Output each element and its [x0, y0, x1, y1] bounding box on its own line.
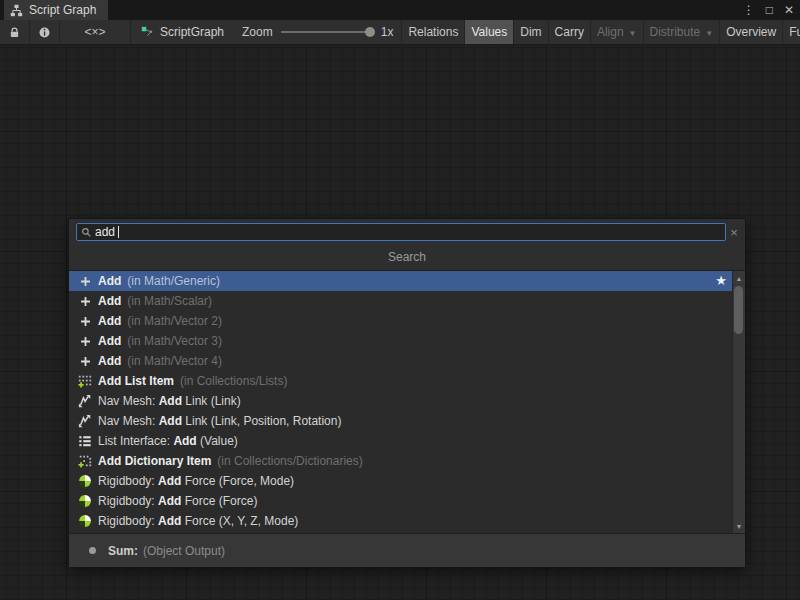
search-row: add × [69, 219, 745, 245]
result-label: Rigidbody: Add Force (Force, Mode) [98, 474, 294, 488]
result-row[interactable]: List Interface: Add (Value) [69, 431, 732, 451]
result-row[interactable]: Add(in Math/Vector 4) [69, 351, 732, 371]
plus-icon [77, 313, 93, 329]
result-row[interactable]: Add(in Math/Vector 3) [69, 331, 732, 351]
navmesh-icon [77, 393, 93, 409]
dialog-footer: Sum: (Object Output) [69, 534, 745, 567]
scroll-down-icon[interactable]: ▼ [733, 520, 745, 532]
script-graph-icon [141, 26, 154, 39]
result-label: Add(in Math/Vector 2) [98, 314, 222, 328]
plus-icon [77, 293, 93, 309]
rigidbody-icon [77, 493, 93, 509]
list-add-icon [77, 373, 93, 389]
plus-icon [77, 273, 93, 289]
plus-icon [77, 333, 93, 349]
result-row[interactable]: Rigidbody: Add Force (X, Y, Z, Mode) [69, 511, 732, 531]
footer-label: Sum: [108, 544, 138, 558]
scrollbar-thumb[interactable] [734, 286, 743, 334]
result-row[interactable]: Add Dictionary Item(in Collections/Dicti… [69, 451, 732, 471]
window-close-icon[interactable]: ✕ [784, 0, 794, 20]
window-maximize-icon[interactable]: □ [766, 0, 773, 20]
plus-icon [77, 353, 93, 369]
result-row[interactable]: Add(in Math/Scalar) [69, 291, 732, 311]
zoom-value: 1x [381, 25, 394, 39]
clear-search-button[interactable]: × [727, 223, 741, 241]
result-label: Add(in Math/Scalar) [98, 294, 212, 308]
zoom-slider[interactable] [281, 31, 373, 33]
dict-add-icon [77, 453, 93, 469]
output-port-icon [89, 547, 96, 554]
info-button[interactable] [30, 20, 60, 44]
search-icon [81, 227, 92, 238]
result-label: Nav Mesh: Add Link (Link) [98, 394, 241, 408]
zoom-label: Zoom [242, 25, 273, 39]
toolbar-button-distribute[interactable]: Distribute▼ [643, 20, 720, 44]
code-preview-icon: <×> [84, 25, 105, 39]
toolbar-button-relations[interactable]: Relations [401, 20, 464, 44]
rigidbody-icon [77, 473, 93, 489]
close-icon: × [730, 225, 738, 240]
lock-icon [8, 26, 21, 39]
toolbar-button-align[interactable]: Align▼ [590, 20, 643, 44]
info-icon [38, 26, 51, 39]
tab-title: Script Graph [29, 3, 96, 17]
toolbar-button-overview[interactable]: Overview [719, 20, 782, 44]
window-menu-icon[interactable]: ⋮ [743, 0, 755, 20]
unity-visual-scripting-window: Script Graph ⋮ □ ✕ <×> [0, 0, 800, 600]
search-header: Search [69, 245, 745, 271]
results-list: Add(in Math/Generic)★Add(in Math/Scalar)… [69, 271, 745, 534]
graph-breadcrumb[interactable]: ScriptGraph [131, 20, 234, 44]
result-row[interactable]: Rigidbody: Add Force (Force, Mode) [69, 471, 732, 491]
result-label: Rigidbody: Add Force (X, Y, Z, Mode) [98, 514, 298, 528]
lock-button[interactable] [0, 20, 30, 44]
result-label: Rigidbody: Add Force (Force) [98, 494, 257, 508]
graph-name: ScriptGraph [160, 25, 224, 39]
rigidbody-icon [77, 513, 93, 529]
fuzzy-finder-dialog: add × Search Add(in Math/Generic)★Add(in… [68, 218, 746, 566]
list-icon [77, 433, 93, 449]
toolbar-button-full-screen[interactable]: Full Screen [782, 20, 800, 44]
footer-note: (Object Output) [143, 544, 225, 558]
result-label: Add(in Math/Vector 3) [98, 334, 222, 348]
titlebar: Script Graph ⋮ □ ✕ [0, 0, 800, 20]
result-label: List Interface: Add (Value) [98, 434, 238, 448]
toolbar-buttons: RelationsValuesDimCarryAlign▼Distribute▼… [401, 20, 800, 44]
graph-toolbar: <×> ScriptGraph Zoom 1x RelationsValuesD… [0, 20, 800, 45]
result-row[interactable]: Add(in Math/Vector 2) [69, 311, 732, 331]
tab-script-graph[interactable]: Script Graph [4, 0, 108, 20]
scroll-up-icon[interactable]: ▲ [733, 272, 745, 284]
result-label: Add List Item(in Collections/Lists) [98, 374, 287, 388]
navmesh-icon [77, 413, 93, 429]
text-caret [118, 226, 119, 238]
result-row[interactable]: Nav Mesh: Add Link (Link) [69, 391, 732, 411]
result-label: Add Dictionary Item(in Collections/Dicti… [98, 454, 363, 468]
toolbar-button-carry[interactable]: Carry [548, 20, 590, 44]
toolbar-button-values[interactable]: Values [464, 20, 513, 44]
zoom-control: Zoom 1x [234, 20, 401, 44]
result-label: Nav Mesh: Add Link (Link, Position, Rota… [98, 414, 341, 428]
toolbar-button-dim[interactable]: Dim [513, 20, 547, 44]
result-row[interactable]: Nav Mesh: Add Link (Link, Position, Rota… [69, 411, 732, 431]
results-scrollbar[interactable]: ▲ ▼ [732, 271, 745, 533]
code-preview-button[interactable]: <×> [60, 20, 131, 44]
hierarchy-graph-icon [10, 4, 23, 17]
result-row[interactable]: Rigidbody: Add Force (Force) [69, 491, 732, 511]
chevron-down-icon: ▼ [629, 29, 637, 38]
result-label: Add(in Math/Generic) [98, 274, 220, 288]
favorite-star-icon[interactable]: ★ [715, 271, 727, 291]
search-query-text: add [95, 225, 115, 239]
result-label: Add(in Math/Vector 4) [98, 354, 222, 368]
zoom-slider-thumb[interactable] [365, 27, 375, 37]
search-input[interactable]: add [76, 223, 726, 241]
result-row[interactable]: Add(in Math/Generic)★ [69, 271, 732, 291]
chevron-down-icon: ▼ [705, 29, 713, 38]
result-row[interactable]: Add List Item(in Collections/Lists) [69, 371, 732, 391]
